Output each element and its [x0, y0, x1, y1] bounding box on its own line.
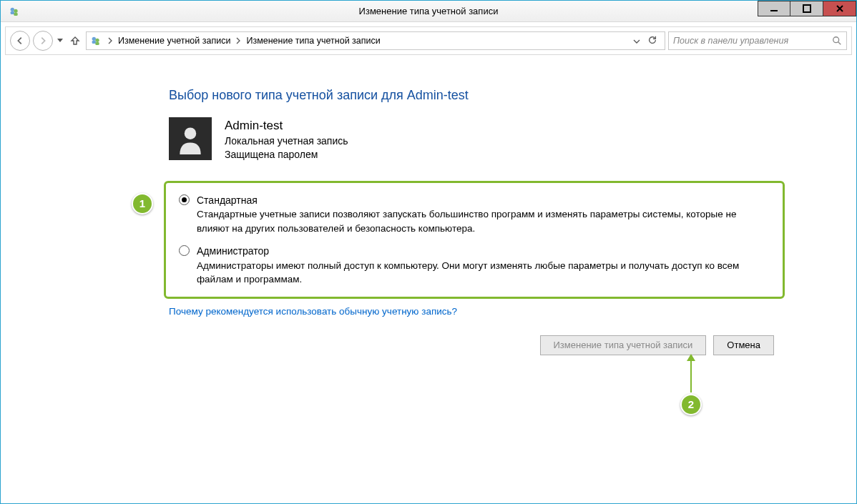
svg-point-7 — [95, 39, 99, 42]
refresh-icon[interactable] — [647, 35, 659, 46]
search-placeholder: Поиск в панели управления — [673, 36, 788, 46]
titlebar: Изменение типа учетной записи — [1, 1, 856, 22]
breadcrumb[interactable]: Изменение учетной записи — [118, 36, 230, 46]
search-icon — [832, 36, 842, 46]
account-type-options: 1 Стандартная Стандартные учетные записи… — [164, 181, 785, 299]
option-admin-label: Администратор — [197, 244, 770, 258]
svg-rect-5 — [803, 5, 811, 12]
radio-standard[interactable] — [179, 194, 190, 205]
change-type-button[interactable]: Изменение типа учетной записи — [540, 335, 707, 355]
chevron-right-icon — [236, 37, 240, 44]
user-info: Admin-test Локальная учетная запись Защи… — [169, 117, 813, 162]
user-password-status: Защищена паролем — [225, 148, 348, 162]
option-standard-label: Стандартная — [197, 193, 770, 207]
window: Изменение типа учетной записи — [0, 0, 857, 504]
option-standard[interactable]: Стандартная Стандартные учетные записи п… — [179, 193, 770, 235]
close-button[interactable] — [823, 1, 856, 16]
callout-badge-1: 1 — [132, 193, 153, 214]
svg-rect-2 — [11, 11, 14, 14]
option-admin-desc: Администраторы имеют полный доступ к ком… — [197, 259, 770, 287]
toolbar: Изменение учетной записи Изменение типа … — [5, 26, 852, 55]
back-button[interactable] — [10, 31, 30, 51]
svg-point-10 — [833, 37, 839, 43]
svg-rect-8 — [92, 41, 96, 44]
up-button[interactable] — [67, 33, 83, 49]
callout-badge-2: 2 — [680, 394, 702, 415]
button-row: Изменение типа учетной записи Отмена — [44, 335, 774, 355]
window-controls — [758, 1, 856, 16]
page-title: Выбор нового типа учетной записи для Adm… — [169, 88, 813, 103]
user-account-type: Локальная учетная запись — [225, 134, 348, 149]
address-bar[interactable]: Изменение учетной записи Изменение типа … — [86, 31, 665, 50]
user-meta: Admin-test Локальная учетная запись Защи… — [225, 117, 348, 162]
svg-point-1 — [14, 9, 17, 12]
radio-administrator[interactable] — [179, 245, 190, 256]
breadcrumb[interactable]: Изменение типа учетной записи — [246, 36, 380, 46]
svg-rect-4 — [770, 10, 778, 11]
option-standard-desc: Стандартные учетные записи позволяют зап… — [197, 207, 770, 235]
maximize-button[interactable] — [790, 1, 823, 16]
help-link[interactable]: Почему рекомендуется использовать обычну… — [169, 306, 457, 317]
chevron-right-icon — [108, 37, 112, 44]
forward-button[interactable] — [33, 31, 53, 51]
content-area: Выбор нового типа учетной записи для Adm… — [1, 59, 856, 370]
cancel-button[interactable]: Отмена — [713, 335, 774, 355]
arrow-up-icon — [690, 360, 692, 392]
minimize-button[interactable] — [758, 1, 790, 16]
svg-point-11 — [185, 127, 197, 139]
option-administrator[interactable]: Администратор Администраторы имеют полны… — [179, 244, 770, 286]
avatar — [169, 117, 212, 160]
callout-2: 2 — [680, 360, 702, 415]
users-icon — [89, 34, 102, 47]
user-name: Admin-test — [225, 117, 348, 134]
search-input[interactable]: Поиск в панели управления — [668, 31, 847, 50]
svg-rect-3 — [14, 13, 17, 16]
svg-rect-9 — [95, 42, 99, 45]
chevron-down-icon[interactable] — [633, 36, 640, 46]
window-title: Изменение типа учетной записи — [359, 6, 499, 16]
history-dropdown-icon[interactable] — [56, 34, 64, 48]
app-icon — [8, 5, 21, 18]
svg-point-6 — [92, 37, 96, 41]
svg-point-0 — [11, 7, 14, 11]
